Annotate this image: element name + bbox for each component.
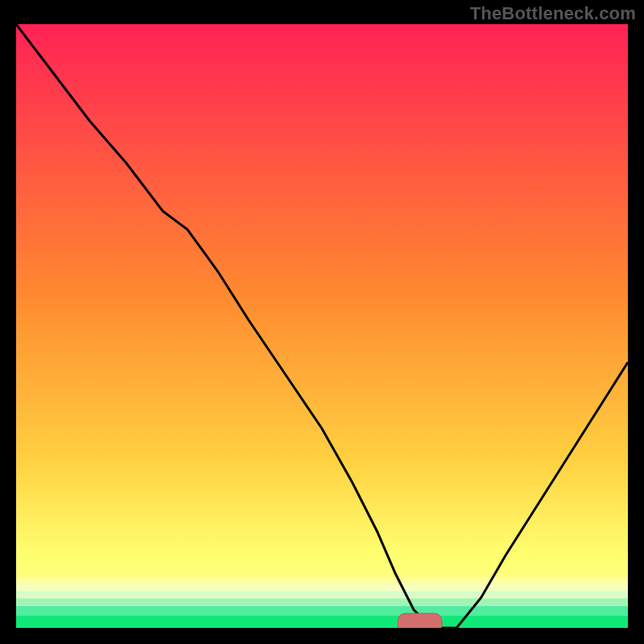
svg-rect-3 xyxy=(16,591,628,598)
svg-rect-0 xyxy=(16,616,628,628)
optimal-marker xyxy=(398,613,442,628)
watermark-text: TheBottleneck.com xyxy=(470,3,636,24)
svg-rect-5 xyxy=(16,578,628,584)
chart-svg xyxy=(16,24,628,628)
gradient-background xyxy=(16,24,628,628)
chart-container: TheBottleneck.com xyxy=(0,0,644,644)
bottom-bands xyxy=(16,578,628,628)
svg-rect-1 xyxy=(16,606,628,616)
svg-rect-2 xyxy=(16,598,628,606)
svg-rect-4 xyxy=(16,584,628,591)
plot-area xyxy=(16,24,628,628)
